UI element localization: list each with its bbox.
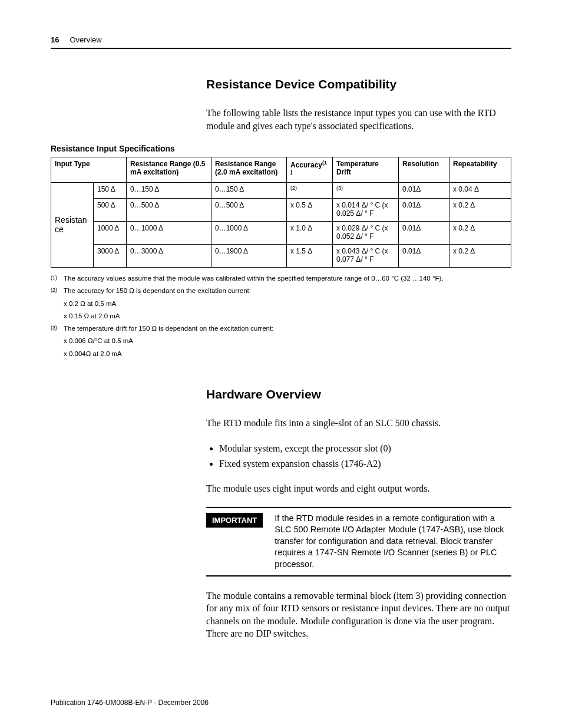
cell-r20: 0…500 Δ <box>211 199 287 222</box>
col-range-05: Resistance Range (0.5 mA excitation) <box>127 157 211 183</box>
cell-r05: 0…500 Δ <box>127 199 211 222</box>
footnote-subline: x 0.2 Ω at 0.5 mA <box>64 299 511 309</box>
cell-resolution: 0.01Δ <box>399 183 449 199</box>
page-number: 16 <box>51 35 59 44</box>
cell-resolution: 0.01Δ <box>399 245 449 268</box>
cell-r05: 0…3000 Δ <box>127 245 211 268</box>
spec-table: Input Type Resistance Range (0.5 mA exci… <box>51 157 511 268</box>
cell-type: 150 Δ <box>94 183 127 199</box>
footnote-text: The accuracy for 150 Ω is dependant on t… <box>64 286 511 296</box>
cell-repeat: x 0.2 Δ <box>449 245 511 268</box>
col-resolution: Resolution <box>399 157 449 183</box>
cell-drift: x 0.043 Δ/ ° C (x 0.077 Δ/ ° F <box>333 245 399 268</box>
footnote-subline: x 0.006 Ω/°C at 0.5 mA <box>64 336 511 346</box>
col-input-type: Input Type <box>51 157 127 183</box>
col-range-20: Resistance Range (2.0 mA excitation) <box>211 157 287 183</box>
page: 16 Overview Resistance Device Compatibil… <box>0 0 562 728</box>
cell-resolution: 0.01Δ <box>399 222 449 245</box>
hw-paragraph-2: The module uses eight input words and ei… <box>206 482 511 495</box>
footnote-subline: x 0.004Ω at 2.0 mA <box>64 349 511 359</box>
row-group-label: Resistance <box>51 183 94 268</box>
footnotes: (1) The accuracy values assume that the … <box>51 274 511 359</box>
table-row: 3000 Δ 0…3000 Δ 0…1900 Δ x 1.5 Δ x 0.043… <box>51 245 511 268</box>
cell-r05: 0…150 Δ <box>127 183 211 199</box>
footnote-subline: x 0.15 Ω at 2.0 mA <box>64 311 511 321</box>
table-row: Resistance 150 Δ 0…150 Δ 0…150 Δ (2) (3)… <box>51 183 511 199</box>
intro-paragraph: The following table lists the resistance… <box>206 107 511 132</box>
important-text: If the RTD module resides in a remote co… <box>275 513 511 571</box>
cell-type: 1000 Δ <box>94 222 127 245</box>
list-item: Fixed system expansion chassis (1746-A2) <box>219 457 511 472</box>
important-label: IMPORTANT <box>206 513 263 528</box>
section-heading-1: Resistance Device Compatibility <box>206 77 511 91</box>
cell-resolution: 0.01Δ <box>399 199 449 222</box>
cell-r20: 0…1900 Δ <box>211 245 287 268</box>
cell-type: 3000 Δ <box>94 245 127 268</box>
cell-r20: 0…150 Δ <box>211 183 287 199</box>
cell-repeat: x 0.04 Δ <box>449 183 511 199</box>
cell-accuracy: (2) <box>287 183 333 199</box>
table-row: 1000 Δ 0…1000 Δ 0…1000 Δ x 1.0 Δ x 0.029… <box>51 222 511 245</box>
publication-line: Publication 1746-UM008B-EN-P - December … <box>51 699 209 707</box>
list-item: Modular system, except the processor slo… <box>219 442 511 456</box>
footnote-text: The temperature drift for 150 Ω is depen… <box>64 324 511 334</box>
footnote-text: The accuracy values assume that the modu… <box>64 274 511 284</box>
col-accuracy: Accuracy(1) <box>287 157 333 183</box>
cell-accuracy: x 1.5 Δ <box>287 245 333 268</box>
table-row: 500 Δ 0…500 Δ 0…500 Δ x 0.5 Δ x 0.014 Δ/… <box>51 199 511 222</box>
cell-repeat: x 0.2 Δ <box>449 199 511 222</box>
col-repeatability: Repeatability <box>449 157 511 183</box>
cell-drift: x 0.029 Δ/ ° C (x 0.052 Δ/ ° F <box>333 222 399 245</box>
cell-drift: (3) <box>333 183 399 199</box>
cell-accuracy: x 0.5 Δ <box>287 199 333 222</box>
section-heading-2: Hardware Overview <box>206 387 511 401</box>
running-header: 16 Overview <box>51 35 511 49</box>
cell-type: 500 Δ <box>94 199 127 222</box>
cell-drift: x 0.014 Δ/ ° C (x 0.025 Δ/ ° F <box>333 199 399 222</box>
header-section: Overview <box>70 35 101 44</box>
hw-paragraph-3: The module contains a removable terminal… <box>206 589 511 640</box>
important-callout: IMPORTANT If the RTD module resides in a… <box>206 507 511 577</box>
footnote-mark: (2) <box>51 286 64 296</box>
hw-paragraph-1: The RTD module fits into a single-slot o… <box>206 417 511 430</box>
table-title: Resistance Input Specifications <box>51 144 511 153</box>
cell-r20: 0…1000 Δ <box>211 222 287 245</box>
col-temp-drift: Temperature Drift <box>333 157 399 183</box>
cell-accuracy: x 1.0 Δ <box>287 222 333 245</box>
hw-bullets: Modular system, except the processor slo… <box>219 442 511 472</box>
cell-repeat: x 0.2 Δ <box>449 222 511 245</box>
cell-r05: 0…1000 Δ <box>127 222 211 245</box>
footnote-mark: (3) <box>51 324 64 334</box>
footnote-mark: (1) <box>51 274 64 284</box>
